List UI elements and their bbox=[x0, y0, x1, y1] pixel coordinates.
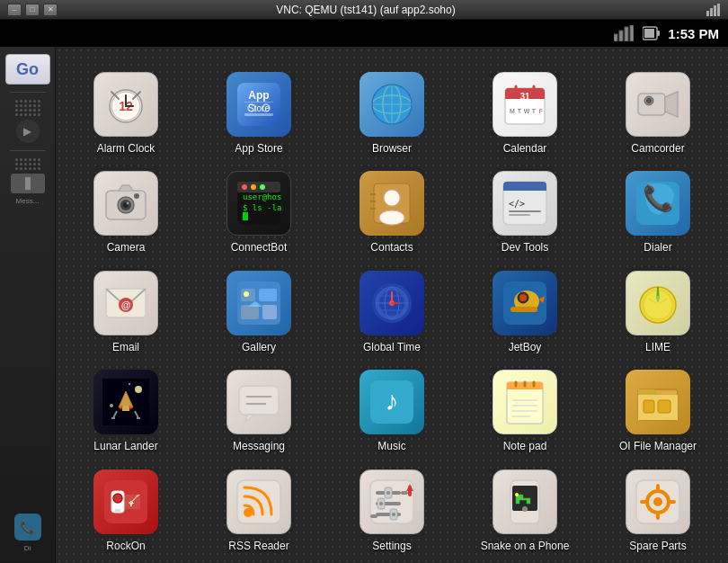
app-label-jetboy: JetBoy bbox=[509, 341, 542, 353]
svg-point-45 bbox=[646, 98, 652, 103]
app-icon-alarm-clock: 12 bbox=[93, 72, 158, 137]
svg-text:T: T bbox=[518, 108, 522, 114]
svg-rect-131 bbox=[658, 400, 670, 413]
app-item-alarm-clock[interactable]: 12 Alarm Clock bbox=[59, 63, 192, 162]
app-label-note-pad: Note pad bbox=[503, 440, 547, 452]
minimize-button[interactable]: – bbox=[7, 4, 22, 16]
app-item-camera[interactable]: Camera bbox=[59, 162, 192, 261]
app-icon-email: @ bbox=[93, 271, 158, 335]
app-item-lime[interactable]: LIME bbox=[591, 262, 724, 361]
svg-rect-80 bbox=[241, 305, 259, 319]
app-icon-browser bbox=[360, 72, 424, 137]
app-item-messaging[interactable]: Messaging bbox=[192, 361, 325, 460]
app-icon-snake-on-a-phone bbox=[493, 469, 557, 534]
sidebar-dialer-icon[interactable]: 📞 bbox=[14, 514, 41, 541]
app-item-contacts[interactable]: Contacts bbox=[325, 162, 458, 261]
sidebar-messages-label[interactable]: Mess... bbox=[5, 197, 50, 205]
sidebar-widget-strip bbox=[11, 174, 45, 193]
app-icon-calendar: 31 M T W T F bbox=[493, 72, 557, 137]
app-label-camcorder: Camcorder bbox=[631, 142, 684, 155]
app-icon-spare-parts bbox=[626, 469, 690, 534]
app-icon-global-time bbox=[360, 271, 424, 335]
app-item-rockon[interactable]: 🎸 RockOn bbox=[59, 460, 192, 559]
svg-text:♪: ♪ bbox=[386, 386, 399, 416]
svg-text:T: T bbox=[532, 108, 537, 114]
app-item-connectbot[interactable]: user@host $ ls -la ConnectBot bbox=[192, 162, 325, 261]
app-label-camera: Camera bbox=[107, 241, 146, 254]
svg-text:📞: 📞 bbox=[643, 183, 674, 213]
title-bar-controls: – □ ✕ bbox=[7, 4, 58, 16]
app-label-calendar: Calendar bbox=[503, 142, 547, 155]
app-item-rss-reader[interactable]: RSS Reader bbox=[192, 460, 325, 559]
svg-text:31: 31 bbox=[519, 92, 530, 102]
svg-rect-7 bbox=[630, 25, 634, 41]
app-item-camcorder[interactable]: Camcorder bbox=[591, 63, 724, 162]
app-item-dev-tools[interactable]: </> Dev Tools bbox=[458, 162, 591, 261]
app-item-snake-on-a-phone[interactable]: Snake on a Phone bbox=[458, 460, 591, 559]
svg-rect-71 bbox=[509, 214, 530, 216]
svg-rect-79 bbox=[259, 289, 277, 301]
status-bar: 1:53 PM bbox=[0, 20, 728, 47]
close-button[interactable]: ✕ bbox=[43, 4, 58, 16]
app-item-calendar[interactable]: 31 M T W T F Calendar bbox=[458, 63, 591, 162]
app-item-note-pad[interactable]: Note pad bbox=[458, 361, 591, 460]
app-grid: 12 Alarm Clock App Store App Store Brows… bbox=[56, 56, 728, 563]
svg-rect-55 bbox=[243, 212, 248, 220]
app-item-gallery[interactable]: Gallery bbox=[192, 262, 325, 361]
app-icon-settings bbox=[360, 469, 424, 534]
svg-marker-43 bbox=[665, 92, 678, 117]
svg-rect-4 bbox=[614, 34, 617, 41]
app-item-spare-parts[interactable]: Spare Parts bbox=[591, 460, 724, 559]
app-label-dev-tools: Dev Tools bbox=[502, 241, 548, 254]
svg-point-57 bbox=[242, 184, 247, 190]
app-icon-dev-tools: </> bbox=[493, 171, 557, 236]
battery-icon bbox=[643, 25, 661, 41]
app-item-settings[interactable]: Settings bbox=[325, 460, 458, 559]
app-icon-lunar-lander bbox=[93, 370, 158, 434]
app-icon-music: ♪ bbox=[360, 370, 424, 434]
sidebar: Go ▶ Mess... 📞 Di bbox=[0, 47, 56, 563]
svg-rect-5 bbox=[619, 31, 623, 41]
status-time: 1:53 PM bbox=[668, 26, 719, 41]
app-item-lunar-lander[interactable]: Lunar Lander bbox=[59, 361, 192, 460]
svg-point-104 bbox=[110, 404, 113, 407]
app-label-browser: Browser bbox=[372, 142, 412, 155]
svg-point-145 bbox=[379, 502, 383, 505]
svg-point-58 bbox=[251, 184, 256, 190]
app-item-videos[interactable]: Videos bbox=[59, 559, 192, 563]
app-item-dialer[interactable]: 📞 Dialer bbox=[591, 162, 724, 261]
svg-rect-161 bbox=[656, 513, 660, 520]
svg-text:$ ls -la: $ ls -la bbox=[243, 203, 281, 212]
svg-rect-162 bbox=[640, 500, 647, 504]
svg-point-97 bbox=[519, 294, 527, 301]
svg-point-103 bbox=[135, 386, 142, 393]
app-item-app-store[interactable]: App Store App Store bbox=[192, 63, 325, 162]
maximize-button[interactable]: □ bbox=[25, 4, 40, 16]
svg-rect-21 bbox=[244, 113, 273, 116]
app-icon-contacts bbox=[360, 171, 424, 236]
app-item-jetboy[interactable]: JetBoy bbox=[458, 262, 591, 361]
app-item-browser[interactable]: Browser bbox=[325, 63, 458, 162]
svg-rect-70 bbox=[509, 210, 541, 212]
svg-rect-81 bbox=[262, 305, 277, 319]
sidebar-play-button[interactable]: ▶ bbox=[16, 120, 40, 143]
svg-rect-152 bbox=[408, 486, 412, 496]
app-label-gallery: Gallery bbox=[242, 341, 276, 353]
app-icon-rss-reader bbox=[226, 469, 291, 534]
app-item-email[interactable]: @ Email bbox=[59, 262, 192, 361]
svg-text:🎸: 🎸 bbox=[125, 494, 141, 509]
svg-rect-9 bbox=[644, 29, 654, 38]
svg-point-62 bbox=[379, 210, 404, 225]
svg-point-155 bbox=[515, 493, 519, 496]
app-item-music[interactable]: ♪ Music bbox=[325, 361, 458, 460]
svg-rect-6 bbox=[625, 27, 628, 41]
app-item-oi-file-manager[interactable]: OI File Manager bbox=[591, 361, 724, 460]
svg-point-156 bbox=[522, 506, 528, 512]
svg-point-142 bbox=[386, 491, 390, 495]
sidebar-search-widget[interactable]: Go bbox=[5, 54, 50, 85]
app-item-global-time[interactable]: Global Time bbox=[325, 262, 458, 361]
app-grid-container: 12 Alarm Clock App Store App Store Brows… bbox=[56, 47, 728, 563]
app-label-alarm-clock: Alarm Clock bbox=[97, 142, 155, 155]
svg-rect-3 bbox=[717, 4, 720, 16]
svg-rect-135 bbox=[115, 509, 120, 512]
